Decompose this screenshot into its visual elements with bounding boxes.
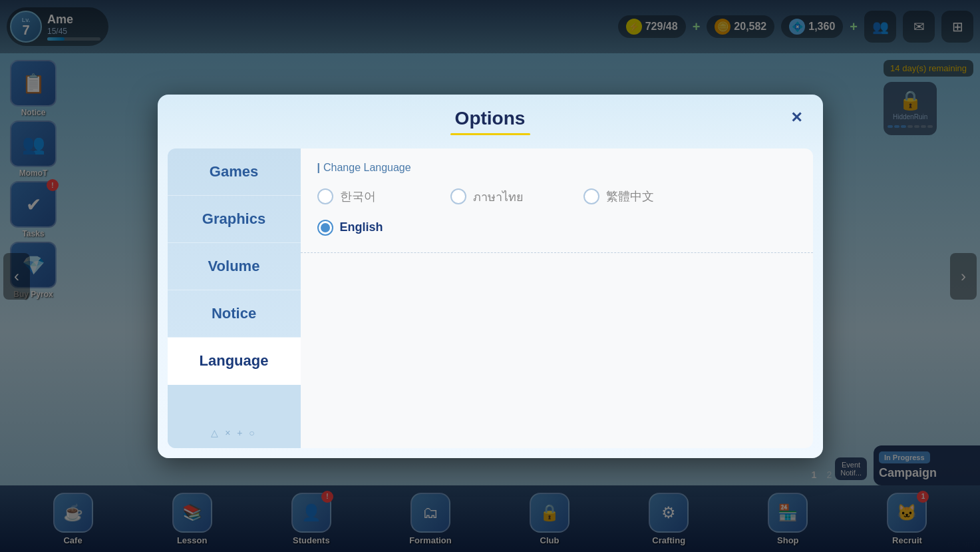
- options-modal: Options ✕ Games Graphics Volume Notice L…: [158, 95, 823, 458]
- en-radio-dot: [321, 223, 330, 232]
- modal-overlay: Options ✕ Games Graphics Volume Notice L…: [0, 0, 980, 552]
- modal-header: Options ✕: [158, 95, 823, 142]
- tab-volume[interactable]: Volume: [168, 243, 301, 290]
- sidebar-symbols: △ × + ○: [211, 427, 256, 438]
- en-label: English: [340, 220, 383, 234]
- options-content: Change Language 한국어 ภาษาไทย: [301, 148, 813, 448]
- language-zh-option[interactable]: 繁體中文: [583, 187, 703, 206]
- zh-radio-circle: [583, 188, 599, 204]
- section-title: Change Language: [317, 162, 796, 174]
- zh-label: 繁體中文: [606, 188, 654, 204]
- tab-graphics[interactable]: Graphics: [168, 196, 301, 243]
- th-label: ภาษาไทย: [473, 187, 524, 206]
- ko-label: 한국어: [340, 188, 376, 204]
- tab-games[interactable]: Games: [168, 148, 301, 196]
- language-ko-option[interactable]: 한국어: [317, 187, 437, 206]
- language-th-option[interactable]: ภาษาไทย: [450, 187, 570, 206]
- options-sidebar: Games Graphics Volume Notice Language △ …: [168, 148, 301, 448]
- th-radio-circle: [450, 188, 466, 204]
- ko-radio-circle: [317, 188, 333, 204]
- modal-title-underline: [450, 133, 530, 135]
- modal-title: Options: [158, 108, 823, 129]
- tab-notice[interactable]: Notice: [168, 290, 301, 338]
- language-en-option[interactable]: English: [317, 220, 437, 236]
- sidebar-bottom: △ × + ○: [168, 385, 301, 448]
- modal-close-button[interactable]: ✕: [783, 105, 810, 131]
- en-radio-circle: [317, 220, 333, 236]
- language-section: Change Language 한국어 ภาษาไทย: [301, 148, 813, 253]
- language-options: 한국어 ภาษาไทย 繁體中文: [317, 184, 796, 239]
- modal-body: Games Graphics Volume Notice Language △ …: [168, 148, 813, 448]
- tab-language[interactable]: Language: [168, 338, 301, 385]
